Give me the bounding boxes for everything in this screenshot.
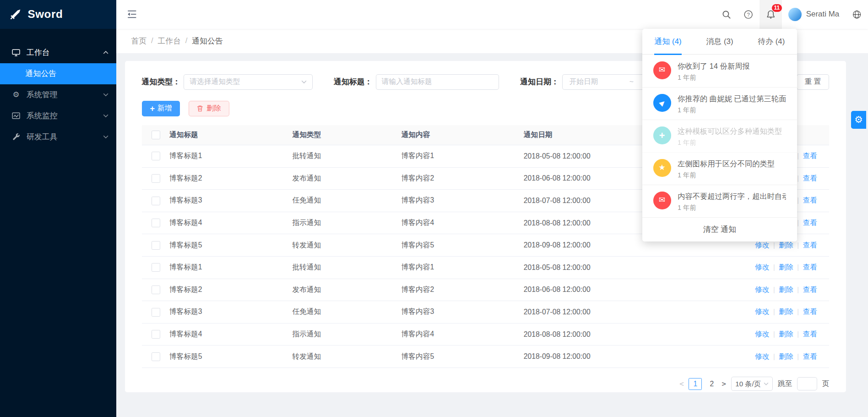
- next-page-button[interactable]: >: [722, 379, 726, 388]
- view-link[interactable]: 查看: [803, 196, 817, 204]
- sidebar-item-dev-tools[interactable]: 研发工具: [0, 126, 116, 148]
- menu-fold-icon[interactable]: [127, 10, 137, 18]
- action-divider: |: [797, 353, 799, 360]
- notification-title: 这种模板可以区分多种通知类型: [678, 126, 786, 137]
- cell-title: 博客标题2: [169, 279, 292, 301]
- add-button[interactable]: + 新增: [142, 101, 180, 116]
- chevron-down-icon: [764, 382, 769, 385]
- row-checkbox[interactable]: [152, 241, 160, 250]
- notification-bell[interactable]: 11: [760, 0, 781, 29]
- row-checkbox[interactable]: [152, 285, 160, 294]
- tab-messages[interactable]: 消息 (3): [694, 29, 746, 55]
- column-header-date: 通知日期: [524, 125, 646, 145]
- tab-todos[interactable]: 待办 (4): [745, 29, 797, 55]
- view-link[interactable]: 查看: [803, 241, 817, 249]
- row-checkbox[interactable]: [152, 219, 160, 227]
- edit-link[interactable]: 修改: [755, 285, 769, 293]
- notification-item[interactable]: 左侧图标用于区分不同的类型 1 年前: [642, 153, 797, 185]
- gear-icon: ⚙: [11, 90, 21, 99]
- edit-link[interactable]: 修改: [755, 263, 769, 271]
- sidebar-item-system-monitor[interactable]: 系统监控: [0, 105, 116, 126]
- select-all-checkbox[interactable]: [152, 131, 160, 139]
- notice-type-select[interactable]: 请选择通知类型: [184, 74, 313, 90]
- view-link[interactable]: 查看: [803, 352, 817, 360]
- desktop-icon: [11, 49, 21, 57]
- settings-gear-button[interactable]: ⚙: [851, 111, 867, 129]
- notification-item[interactable]: 你收到了 14 份新周报 1 年前: [642, 55, 797, 87]
- view-link[interactable]: 查看: [803, 263, 817, 271]
- notification-item[interactable]: 内容不要超过两行字，超出时自动截断 1 年前: [642, 185, 797, 218]
- notification-item[interactable]: 你推荐的 曲妮妮 已通过第三轮面试 1 年前: [642, 88, 797, 120]
- tool-icon: [11, 133, 21, 141]
- cell-date: 2018-08-08 12:00:00: [524, 212, 646, 234]
- edit-link[interactable]: 修改: [755, 352, 769, 360]
- action-divider: |: [797, 286, 799, 293]
- language-globe-icon[interactable]: [846, 0, 868, 29]
- plus-icon: +: [150, 104, 155, 113]
- delete-link[interactable]: 删除: [779, 285, 793, 293]
- view-link[interactable]: 查看: [803, 174, 817, 182]
- notification-item[interactable]: 这种模板可以区分多种通知类型 1 年前: [642, 120, 797, 153]
- cell-title: 博客标题1: [169, 145, 292, 167]
- cell-title: 博客标题3: [169, 190, 292, 212]
- help-icon[interactable]: ?: [738, 0, 760, 29]
- delete-button[interactable]: 删除: [189, 101, 229, 116]
- row-checkbox[interactable]: [152, 174, 160, 183]
- view-link[interactable]: 查看: [803, 219, 817, 226]
- view-link[interactable]: 查看: [803, 330, 817, 338]
- row-checkbox[interactable]: [152, 197, 160, 205]
- notification-tabs: 通知 (4) 消息 (3) 待办 (4): [642, 29, 797, 55]
- column-header-type: 通知类型: [292, 125, 401, 145]
- page-button-1[interactable]: 1: [689, 378, 702, 390]
- user-name: Serati Ma: [806, 10, 839, 19]
- cell-actions: 修改|删除|查看: [646, 301, 829, 324]
- reset-button[interactable]: 重 置: [797, 74, 830, 90]
- sidebar-item-system-management[interactable]: ⚙ 系统管理: [0, 84, 116, 105]
- notification-time: 1 年前: [678, 171, 786, 179]
- notification-title: 内容不要超过两行字，超出时自动截断: [678, 191, 786, 202]
- edit-link[interactable]: 修改: [755, 330, 769, 338]
- sidebar-item-notice[interactable]: 通知公告: [0, 63, 116, 84]
- action-divider: |: [797, 152, 799, 159]
- sidebar-item-workbench[interactable]: 工作台: [0, 42, 116, 63]
- row-checkbox[interactable]: [152, 330, 160, 339]
- jump-page-input[interactable]: [797, 377, 817, 390]
- breadcrumb-home[interactable]: 首页: [131, 36, 147, 46]
- action-divider: |: [797, 241, 799, 249]
- cell-title: 博客标题2: [169, 167, 292, 190]
- delete-link[interactable]: 删除: [779, 241, 793, 249]
- tab-notifications[interactable]: 通知 (4): [642, 29, 694, 55]
- search-icon[interactable]: [716, 0, 738, 29]
- row-checkbox[interactable]: [152, 308, 160, 317]
- view-link[interactable]: 查看: [803, 152, 817, 159]
- row-checkbox[interactable]: [152, 152, 160, 160]
- select-placeholder: 请选择通知类型: [190, 77, 240, 87]
- edit-link[interactable]: 修改: [755, 307, 769, 315]
- cell-content: 博客内容1: [401, 145, 524, 167]
- prev-page-button[interactable]: <: [679, 379, 684, 388]
- view-link[interactable]: 查看: [803, 307, 817, 315]
- page-size-select[interactable]: 10 条/页: [731, 377, 773, 391]
- delete-link[interactable]: 删除: [779, 263, 793, 271]
- notice-title-input[interactable]: 请输入通知标题: [376, 74, 499, 90]
- notification-time: 1 年前: [678, 139, 786, 147]
- view-link[interactable]: 查看: [803, 285, 817, 293]
- user-menu[interactable]: Serati Ma: [782, 0, 846, 29]
- edit-link[interactable]: 修改: [755, 241, 769, 249]
- date-start-placeholder: 开始日期: [570, 77, 598, 87]
- delete-link[interactable]: 删除: [779, 307, 793, 315]
- action-divider: |: [797, 175, 799, 182]
- chevron-down-icon: [103, 114, 108, 117]
- notification-dropdown: 通知 (4) 消息 (3) 待办 (4) 你收到了 14 份新周报 1 年前: [642, 29, 797, 241]
- table-row: 博客标题2 发布通知 博客内容2 2018-06-08 12:00:00 修改|…: [142, 279, 830, 301]
- row-checkbox[interactable]: [152, 352, 160, 361]
- cell-content: 博客内容2: [401, 167, 524, 190]
- action-divider: |: [773, 263, 775, 271]
- clear-notifications-button[interactable]: 清空 通知: [642, 218, 797, 241]
- delete-link[interactable]: 删除: [779, 352, 793, 360]
- breadcrumb-workbench[interactable]: 工作台: [157, 36, 181, 46]
- cell-date: 2018-06-08 12:00:00: [524, 279, 646, 301]
- row-checkbox[interactable]: [152, 263, 160, 272]
- page-button-2[interactable]: 2: [707, 379, 717, 390]
- delete-link[interactable]: 删除: [779, 330, 793, 338]
